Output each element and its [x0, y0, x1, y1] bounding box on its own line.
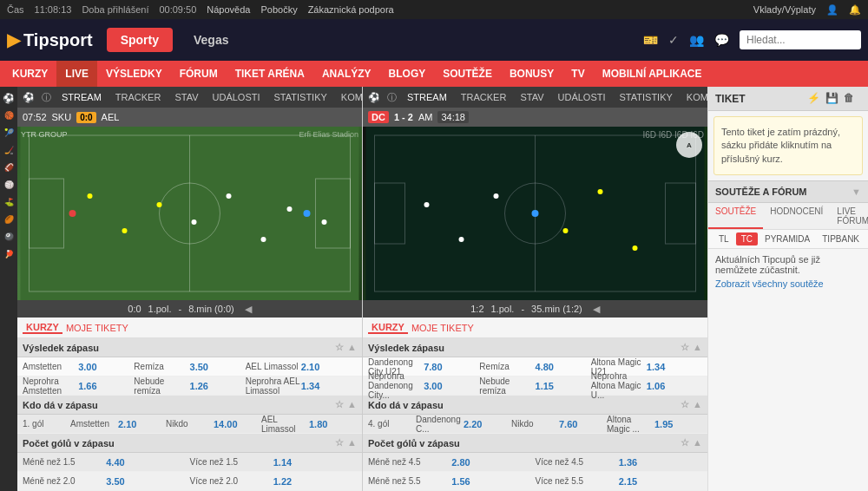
- nav-souteze[interactable]: SOUTĚŽE: [434, 61, 501, 87]
- match2-odd-no-draw[interactable]: 1.15: [536, 381, 591, 391]
- nav-forum[interactable]: FÓRUM: [171, 61, 227, 87]
- match1-kurzy-tab[interactable]: KURZY: [23, 322, 62, 334]
- match2-tab-statistiky[interactable]: STATISTIKY: [616, 92, 676, 102]
- sport-icon-basketball[interactable]: 🏀: [1, 108, 16, 123]
- support-link[interactable]: Zákaznická podpora: [308, 4, 394, 15]
- match1-nobody-odd[interactable]: 14.00: [214, 419, 261, 429]
- match1-more20-odd[interactable]: 1.22: [273, 476, 357, 487]
- match2-tab-udalosti[interactable]: UDÁLOSTI: [555, 92, 609, 102]
- match1-tab-udalosti[interactable]: UDÁLOSTI: [209, 92, 264, 102]
- match2-section3-star-icon[interactable]: ☆: [681, 437, 689, 448]
- match1-tab-tracker[interactable]: TRACKER: [112, 92, 165, 102]
- match2-arrow-icon[interactable]: ◀: [593, 304, 600, 315]
- souteze-subtab-pyramida[interactable]: PYRAMIDA: [760, 232, 815, 245]
- match1-footer-minute-val: 8.min (0:0): [188, 304, 234, 314]
- match2-odd-1[interactable]: 7.80: [424, 362, 479, 372]
- match1-goal-odd1[interactable]: 2.10: [118, 419, 166, 429]
- nav-tv[interactable]: TV: [562, 61, 593, 87]
- sport-icon-volleyball[interactable]: 🏐: [1, 177, 16, 193]
- chat-icon[interactable]: 💬: [714, 33, 729, 47]
- match2-more55-odd[interactable]: 2.15: [619, 476, 702, 487]
- souteze-subtab-tc[interactable]: TC: [736, 232, 758, 245]
- search-input[interactable]: [740, 30, 861, 49]
- nav-bonusy[interactable]: BONUSY: [501, 61, 562, 87]
- sport-icon-rugby[interactable]: 🏉: [1, 212, 16, 227]
- match2-kurzy-tab[interactable]: KURZY: [368, 322, 408, 334]
- match2-tab-stav[interactable]: STAV: [516, 92, 547, 102]
- match1-odd-draw[interactable]: 3.50: [190, 362, 246, 372]
- sport-icon-football[interactable]: ⚽: [1, 90, 16, 106]
- match1-tab-stav[interactable]: STAV: [171, 92, 201, 102]
- match1-arrow-icon[interactable]: ◀: [245, 304, 252, 315]
- match1-odd-2[interactable]: 2.10: [301, 362, 357, 372]
- souteze-link[interactable]: Zobrazit všechny soutěže: [715, 278, 861, 289]
- match1-tab-statistiky[interactable]: STATISTIKY: [271, 92, 331, 102]
- sport-icon-tennis[interactable]: 🎾: [1, 125, 16, 141]
- match1-tab-stream[interactable]: STREAM: [58, 92, 105, 102]
- match1-moje-tikety-tab[interactable]: MOJE TIKETY: [62, 323, 132, 333]
- check-icon[interactable]: ✓: [668, 33, 679, 47]
- match1-section3-collapse-icon[interactable]: ▲: [347, 437, 357, 448]
- nav-kurzy[interactable]: KURZY: [3, 61, 56, 87]
- match1-section1-star-icon[interactable]: ☆: [335, 342, 344, 353]
- souteze-tab-hodnoceni[interactable]: HODNOCENÍ: [763, 203, 830, 229]
- match1-odd-1[interactable]: 3.00: [78, 362, 134, 372]
- ticket-icon[interactable]: 🎫: [643, 33, 658, 47]
- match2-section2-collapse-icon[interactable]: ▲: [693, 399, 702, 410]
- match2-goal-team1: Dandenong C...: [416, 415, 464, 434]
- match1-odd-no-lose2[interactable]: 1.34: [301, 381, 357, 391]
- match1-section2-star-icon[interactable]: ☆: [335, 399, 344, 410]
- nav-live[interactable]: LIVE: [56, 61, 97, 87]
- match1-section2-collapse-icon[interactable]: ▲: [347, 399, 357, 410]
- sport-icon-hockey[interactable]: 🏒: [1, 142, 16, 158]
- branches-link[interactable]: Pobočky: [260, 4, 297, 15]
- souteze-expand-icon[interactable]: ▼: [852, 187, 861, 197]
- tiket-delete-icon[interactable]: 🗑: [844, 92, 854, 104]
- sport-icon-american-football[interactable]: 🏈: [1, 160, 16, 175]
- match2-odd-draw[interactable]: 4.80: [536, 362, 591, 372]
- match2-odd-2[interactable]: 1.34: [647, 362, 702, 372]
- match2-tab-komentare[interactable]: KOMENTÁŘE: [683, 92, 707, 102]
- sport-icon-golf[interactable]: ⛳: [1, 194, 16, 210]
- match1-goal-odd2[interactable]: 1.80: [309, 419, 357, 429]
- match2-less55-odd[interactable]: 1.56: [451, 476, 535, 487]
- match2-tab-stream[interactable]: STREAM: [404, 92, 450, 102]
- nav-analyzy[interactable]: ANALÝZY: [313, 61, 380, 87]
- match1-less20-odd[interactable]: 3.50: [106, 476, 189, 487]
- match1-more15-odd[interactable]: 1.14: [273, 457, 357, 468]
- match2-nobody-odd[interactable]: 7.60: [559, 419, 607, 429]
- nav-tiket-arena[interactable]: TIKET ARÉNA: [227, 61, 313, 87]
- match2-odd-no-lose1[interactable]: 3.00: [424, 381, 479, 391]
- souteze-subtab-tl[interactable]: TL: [713, 232, 734, 245]
- people-icon[interactable]: 👥: [689, 33, 704, 47]
- match2-goal-odd2[interactable]: 1.95: [654, 419, 702, 429]
- match1-section3-star-icon[interactable]: ☆: [335, 437, 344, 448]
- match2-odd-no-lose2[interactable]: 1.06: [647, 381, 702, 391]
- match1-less15-odd[interactable]: 4.40: [106, 457, 189, 468]
- match2-less45-odd[interactable]: 2.80: [451, 457, 535, 468]
- souteze-tab-live-forum[interactable]: LIVE FÓRUM: [830, 203, 868, 229]
- deposits-link[interactable]: Vklady/Výplaty: [753, 4, 816, 15]
- match2-more45-odd[interactable]: 1.36: [619, 457, 702, 468]
- souteze-tab-souteze[interactable]: SOUTĚŽE: [708, 203, 763, 229]
- nav-vysledky[interactable]: VÝSLEDKY: [97, 61, 171, 87]
- match1-odd-no-lose1[interactable]: 1.66: [78, 381, 134, 391]
- tiket-save-icon[interactable]: 💾: [825, 92, 838, 104]
- match2-moje-tikety-tab[interactable]: MOJE TIKETY: [408, 323, 477, 333]
- nav-mobilni[interactable]: MOBILNÍ APLIKACE: [594, 61, 711, 87]
- match1-section1-collapse-icon[interactable]: ▲: [347, 342, 357, 353]
- match2-section1-star-icon[interactable]: ☆: [681, 342, 689, 353]
- match2-goal-odd1[interactable]: 2.20: [464, 419, 511, 429]
- help-link[interactable]: Nápověda: [207, 4, 250, 15]
- sporty-button[interactable]: Sporty: [107, 28, 173, 52]
- match2-tab-tracker[interactable]: TRACKER: [457, 92, 510, 102]
- match2-section3-collapse-icon[interactable]: ▲: [693, 437, 702, 448]
- nav-blogy[interactable]: BLOGY: [380, 61, 435, 87]
- match2-section1-collapse-icon[interactable]: ▲: [693, 342, 702, 353]
- sport-icon-pool[interactable]: 🎱: [1, 229, 16, 245]
- vegas-button[interactable]: Vegas: [180, 28, 242, 52]
- match2-section2-star-icon[interactable]: ☆: [681, 399, 689, 410]
- souteze-subtab-tipbank[interactable]: TIPBANK: [817, 232, 865, 245]
- match1-odd-no-draw[interactable]: 1.26: [190, 381, 246, 391]
- sport-icon-tabletennis[interactable]: 🏓: [1, 246, 16, 262]
